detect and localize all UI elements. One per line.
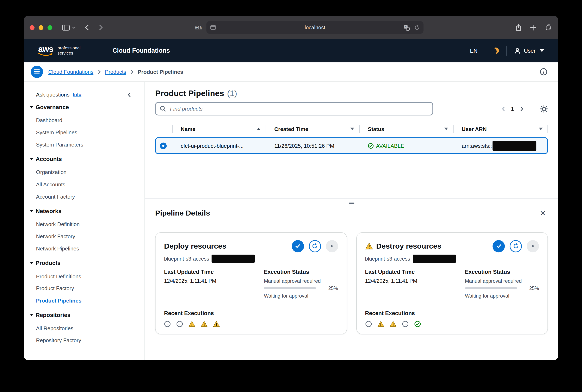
recent-executions-icons[interactable]: [164, 321, 338, 327]
success-icon: [414, 321, 420, 327]
table-header: Name Created Time Status: [155, 122, 548, 136]
close-details-icon[interactable]: ×: [540, 209, 546, 217]
aws-logo-text: aws: [38, 45, 53, 52]
user-menu[interactable]: User: [514, 47, 544, 54]
sidebar-section-networks: Networks Network Definition Network Fact…: [36, 204, 144, 254]
card-title: Destroy resources: [376, 242, 441, 250]
address-bar[interactable]: localhost A: [206, 21, 424, 34]
share-icon[interactable]: [515, 24, 522, 31]
next-page-button[interactable]: [520, 106, 524, 112]
app-title: Cloud Foundations: [112, 47, 170, 54]
sidebar-chevron-down-icon[interactable]: [72, 26, 76, 29]
header-divider: [485, 46, 485, 56]
search-input[interactable]: [155, 102, 433, 116]
table-header-created-time[interactable]: Created Time: [266, 122, 360, 136]
refresh-button[interactable]: [510, 240, 522, 252]
menu-button[interactable]: [31, 66, 43, 78]
recent-executions-icons[interactable]: [365, 321, 539, 327]
search-icon: [160, 106, 166, 114]
sort-icon[interactable]: [539, 128, 543, 130]
approve-button[interactable]: [292, 240, 304, 252]
minimize-window-button[interactable]: [39, 25, 44, 30]
sidebar: Ask questions Info Governance Dashboard …: [24, 82, 145, 360]
sidebar-item-system-pipelines[interactable]: System Pipelines: [36, 126, 144, 139]
sidebar-section-header-accounts[interactable]: Accounts: [30, 152, 144, 166]
translate-icon[interactable]: A: [404, 24, 410, 31]
redaction-box: [212, 254, 254, 263]
info-link[interactable]: Info: [73, 92, 82, 97]
last-updated-value: 12/4/2025, 1:11:41 PM: [164, 277, 256, 285]
progress-note: Waiting for approval: [264, 292, 338, 299]
sidebar-item-all-repositories[interactable]: All Repositories: [36, 322, 144, 334]
last-updated-value: 12/4/2025, 1:11:41 PM: [365, 277, 457, 285]
run-button[interactable]: [326, 240, 338, 252]
ellipsis-icon: [365, 321, 372, 327]
play-icon: [329, 244, 334, 248]
run-button[interactable]: [526, 240, 539, 252]
extension-badge[interactable]: aea: [195, 25, 202, 30]
redaction-box: [412, 254, 456, 263]
split-drag-handle[interactable]: [349, 203, 354, 204]
aws-logo[interactable]: aws: [38, 45, 53, 56]
warning-icon: [365, 242, 373, 250]
sidebar-section-header-repositories[interactable]: Repositories: [30, 308, 144, 322]
chevron-right-icon: [130, 70, 134, 74]
check-icon: [496, 243, 502, 249]
sidebar-section-header-networks[interactable]: Networks: [30, 204, 144, 218]
breadcrumb-link-cloud-foundations[interactable]: Cloud Foundations: [48, 69, 94, 75]
sidebar-item-account-factory[interactable]: Account Factory: [36, 190, 144, 203]
info-icon: i: [540, 68, 547, 75]
warning-icon: [213, 321, 220, 327]
sort-icon[interactable]: [444, 128, 448, 130]
new-tab-icon[interactable]: [530, 24, 536, 31]
approve-button[interactable]: [492, 240, 505, 252]
sidebar-item-network-pipelines[interactable]: Network Pipelines: [36, 242, 144, 255]
tab-overview-icon[interactable]: [544, 24, 552, 31]
sidebar-item-system-parameters[interactable]: System Parameters: [36, 139, 144, 151]
sidebar-item-network-definition[interactable]: Network Definition: [36, 218, 144, 230]
sort-icon[interactable]: [350, 128, 354, 130]
sidebar-item-dashboard[interactable]: Dashboard: [36, 114, 144, 126]
sidebar-section-header-governance[interactable]: Governance: [30, 100, 144, 114]
table-settings-button[interactable]: [540, 105, 548, 112]
forward-button[interactable]: [99, 24, 103, 31]
row-radio-selected[interactable]: [160, 142, 166, 149]
refresh-button[interactable]: [308, 240, 321, 252]
sidebar-collapse-icon[interactable]: [127, 92, 131, 97]
sidebar-item-product-factory[interactable]: Product Factory: [36, 282, 144, 294]
sort-ascending-icon[interactable]: [257, 128, 260, 130]
language-selector[interactable]: EN: [470, 48, 478, 54]
page-info-button[interactable]: i: [540, 68, 547, 75]
sidebar-item-all-accounts[interactable]: All Accounts: [36, 178, 144, 190]
progress-percent: 25%: [529, 285, 539, 291]
user-icon: [514, 47, 521, 54]
sidebar-item-network-factory[interactable]: Network Factory: [36, 230, 144, 242]
browser-titlebar: aea localhost A: [24, 16, 558, 39]
sidebar-item-product-pipelines[interactable]: Product Pipelines: [36, 294, 144, 307]
gear-icon: [540, 105, 548, 112]
close-window-button[interactable]: [30, 25, 34, 30]
breadcrumb-link-products[interactable]: Products: [105, 69, 126, 75]
triangle-down-icon: [30, 314, 33, 316]
table-row[interactable]: cfct-ui-product-blueprint-... 11/26/2025…: [155, 137, 548, 154]
sidebar-toggle-icon[interactable]: [62, 24, 70, 31]
back-button[interactable]: [84, 24, 89, 31]
row-created-time: 11/26/2025, 10:51:26 PM: [266, 143, 360, 149]
sidebar-item-organization[interactable]: Organization: [36, 166, 144, 178]
zoom-window-button[interactable]: [48, 25, 52, 30]
chevron-right-icon: [98, 70, 101, 74]
reload-icon[interactable]: [414, 24, 420, 30]
page-number[interactable]: 1: [511, 106, 514, 112]
table-header-user-arn[interactable]: User ARN: [453, 122, 548, 136]
previous-page-button[interactable]: [502, 106, 505, 112]
dark-mode-toggle-moon-icon[interactable]: [493, 48, 499, 54]
execution-status-value: Manual approval required: [465, 278, 539, 284]
pipeline-card-destroy: Destroy resources: [356, 232, 548, 334]
table-header-name[interactable]: Name: [172, 122, 266, 136]
sidebar-item-product-definitions[interactable]: Product Definitions: [36, 270, 144, 282]
table-header-status[interactable]: Status: [359, 122, 453, 136]
refresh-icon: [513, 243, 519, 249]
sidebar-section-header-products[interactable]: Products: [30, 256, 144, 270]
status-badge: AVAILABLE: [368, 143, 404, 149]
sidebar-item-repository-factory[interactable]: Repository Factory: [36, 334, 144, 346]
